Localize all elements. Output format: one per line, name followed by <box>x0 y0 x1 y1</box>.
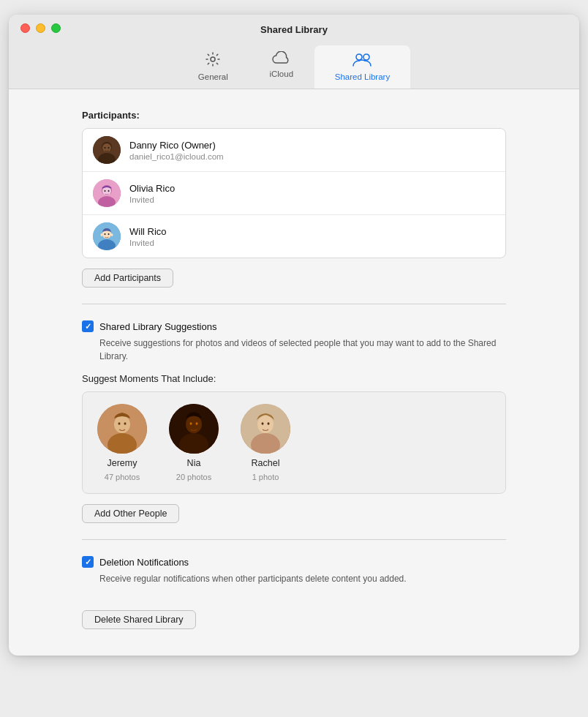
table-row: Danny Rico (Owner) daniel_rico1@icloud.c… <box>83 129 505 172</box>
participant-info: Olivia Rico Invited <box>129 183 175 204</box>
svg-point-30 <box>190 422 192 425</box>
list-item[interactable]: Rachel 1 photo <box>241 404 290 481</box>
gear-icon <box>205 51 221 70</box>
deletion-notifications-checkbox[interactable] <box>82 556 94 568</box>
participant-info: Will Rico Invited <box>129 226 167 247</box>
shared-library-suggestions-label: Shared Library Suggestions <box>99 321 216 332</box>
list-item[interactable]: Jeremy 47 photos <box>97 404 147 481</box>
svg-point-35 <box>262 422 264 425</box>
svg-point-21 <box>111 233 113 236</box>
content-area: Participants: Danny Rico (Owner <box>9 89 579 656</box>
svg-point-7 <box>105 147 106 149</box>
list-item[interactable]: Nia 20 photos <box>169 404 219 481</box>
tab-icloud[interactable]: iCloud <box>249 45 314 89</box>
tab-shared-library-label: Shared Library <box>335 72 390 81</box>
tab-icloud-label: iCloud <box>269 70 293 78</box>
deletion-notifications-label: Deletion Notifications <box>99 557 189 568</box>
suggest-person-count: 47 photos <box>105 473 140 481</box>
svg-point-18 <box>105 233 106 235</box>
svg-point-26 <box>124 422 127 425</box>
suggest-moments-box: Jeremy 47 photos Nia 20 <box>82 391 506 494</box>
suggest-person-name: Nia <box>187 458 201 468</box>
tab-shared-library[interactable]: Shared Library <box>314 45 410 89</box>
participant-sub: Invited <box>129 239 167 247</box>
participant-sub: Invited <box>129 195 175 204</box>
shared-library-suggestions-desc: Receive suggestions for photos and video… <box>99 337 506 363</box>
svg-point-8 <box>108 147 110 149</box>
svg-point-25 <box>118 422 121 425</box>
table-row: Will Rico Invited <box>83 215 505 258</box>
svg-point-36 <box>268 422 270 425</box>
avatar <box>93 179 121 207</box>
shared-library-suggestions-row: Shared Library Suggestions <box>82 320 506 332</box>
avatar <box>97 404 147 454</box>
svg-point-31 <box>196 422 198 425</box>
participant-name: Olivia Rico <box>129 183 175 194</box>
main-window: Shared Library General <box>9 15 579 656</box>
participant-info: Danny Rico (Owner) daniel_rico1@icloud.c… <box>129 140 224 161</box>
shared-library-suggestions-checkbox[interactable] <box>82 320 94 332</box>
suggest-person-name: Rachel <box>252 458 280 468</box>
svg-point-20 <box>101 233 103 236</box>
participants-list: Danny Rico (Owner) daniel_rico1@icloud.c… <box>82 128 506 258</box>
tab-general-label: General <box>198 72 228 81</box>
svg-point-1 <box>356 54 362 60</box>
tab-bar: General iCloud <box>178 45 410 89</box>
avatar <box>93 222 121 250</box>
cloud-icon <box>272 51 291 67</box>
deletion-notifications-desc: Receive regular notifications when other… <box>99 572 506 585</box>
deletion-notifications-row: Deletion Notifications <box>82 556 506 568</box>
window-title: Shared Library <box>20 24 568 35</box>
participant-name: Danny Rico (Owner) <box>129 140 224 151</box>
suggest-person-count: 20 photos <box>176 473 211 481</box>
svg-point-13 <box>105 190 106 192</box>
titlebar: Shared Library General <box>9 15 579 89</box>
avatar <box>241 404 290 454</box>
avatar <box>93 136 121 164</box>
divider-2 <box>82 539 506 540</box>
table-row: Olivia Rico Invited <box>83 172 505 215</box>
avatar <box>169 404 219 454</box>
svg-point-6 <box>102 143 111 152</box>
divider <box>82 304 506 304</box>
shared-library-icon <box>352 51 372 70</box>
participants-label: Participants: <box>82 110 506 121</box>
svg-point-19 <box>108 233 110 235</box>
tab-general[interactable]: General <box>178 45 249 89</box>
participant-sub: daniel_rico1@icloud.com <box>129 152 224 161</box>
add-participants-button[interactable]: Add Participants <box>82 269 173 288</box>
delete-shared-library-button[interactable]: Delete Shared Library <box>82 610 196 629</box>
suggest-person-name: Jeremy <box>108 458 137 468</box>
svg-point-14 <box>108 190 110 192</box>
svg-point-2 <box>363 54 369 60</box>
suggest-person-count: 1 photo <box>252 473 279 481</box>
svg-point-0 <box>211 57 215 61</box>
suggest-moments-label: Suggest Moments That Include: <box>82 373 506 384</box>
add-other-people-button[interactable]: Add Other People <box>82 504 179 523</box>
participant-name: Will Rico <box>129 226 167 237</box>
